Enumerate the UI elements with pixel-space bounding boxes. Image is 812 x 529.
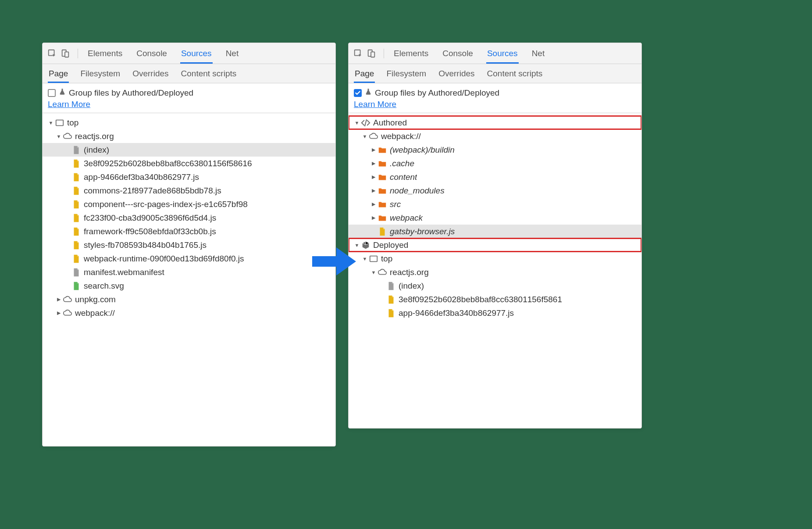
tree-node[interactable]: ▶(webpack)/buildin <box>349 143 641 157</box>
file-yellow-icon <box>71 200 81 209</box>
subtab-page[interactable]: Page <box>48 64 69 83</box>
group-option-bar: Group files by Authored/DeployedLearn Mo… <box>349 83 641 113</box>
tree-node[interactable]: ▶src <box>349 197 641 211</box>
subtab-filesystem[interactable]: Filesystem <box>385 64 427 83</box>
tree-node[interactable]: ▶3e8f09252b6028beb8baf8cc63801156f5861 <box>349 293 641 306</box>
group-files-checkbox[interactable] <box>354 89 362 97</box>
tree-node[interactable]: ▶3e8f09252b6028beb8baf8cc63801156f58616 <box>43 157 335 170</box>
arrow-icon <box>312 246 356 277</box>
tree-node-label: reactjs.org <box>390 268 429 277</box>
group-option-bar: Group files by Authored/DeployedLearn Mo… <box>43 83 335 113</box>
tree-node[interactable]: ▼reactjs.org <box>43 129 335 143</box>
tree-node[interactable]: ▶webpack-runtime-090f00ed13bd69fd80f0.js <box>43 252 335 265</box>
subtab-content-scripts[interactable]: Content scripts <box>486 64 544 83</box>
tree-node-label: 3e8f09252b6028beb8baf8cc63801156f58616 <box>84 159 252 168</box>
tree-node[interactable]: ▶(index) <box>43 143 335 157</box>
tree-node[interactable]: ▶unpkg.com <box>43 293 335 306</box>
caret-icon: ▶ <box>370 201 377 207</box>
tab-console[interactable]: Console <box>442 43 474 63</box>
code-icon <box>361 118 370 128</box>
tree-node[interactable]: ▶app-9466def3ba340b862977.js <box>349 306 641 320</box>
learn-more-link[interactable]: Learn More <box>354 100 396 109</box>
tab-elements[interactable]: Elements <box>87 43 123 63</box>
tree-node-label: top <box>381 254 392 264</box>
tree-node-label: top <box>67 118 78 128</box>
inspect-icon[interactable] <box>353 48 363 59</box>
tab-sources[interactable]: Sources <box>180 43 213 63</box>
folder-icon <box>378 200 387 209</box>
tree-node-label: app-9466def3ba340b862977.js <box>399 308 514 318</box>
tree-node[interactable]: ▼top <box>43 116 335 129</box>
subtab-page[interactable]: Page <box>354 64 375 83</box>
file-yellow-icon <box>71 159 81 168</box>
tree-node[interactable]: ▼Authored <box>349 116 641 129</box>
tree-node[interactable]: ▼reactjs.org <box>349 265 641 279</box>
device-toggle-icon[interactable] <box>60 48 71 59</box>
caret-icon: ▶ <box>56 310 62 316</box>
tree-node-label: webpack:// <box>381 132 421 141</box>
svg-rect-6 <box>371 52 374 57</box>
tree-node[interactable]: ▶webpack:// <box>43 306 335 320</box>
tree-node[interactable]: ▼top <box>349 252 641 265</box>
file-yellow-icon <box>71 254 81 264</box>
main-tabs: ElementsConsoleSourcesNet <box>82 43 331 63</box>
group-files-label: Group files by Authored/Deployed <box>69 88 193 98</box>
svg-rect-2 <box>65 52 68 57</box>
subtab-content-scripts[interactable]: Content scripts <box>180 64 238 83</box>
inspect-icon[interactable] <box>47 48 57 59</box>
folder-icon <box>378 186 387 196</box>
cloud-icon <box>63 132 72 141</box>
cloud-icon <box>378 268 387 277</box>
file-gray-icon <box>71 268 81 277</box>
tree-node-label: webpack:// <box>75 308 115 318</box>
caret-icon: ▶ <box>56 297 62 302</box>
tree-node[interactable]: ▶framework-ff9c508ebfda0f33cb0b.js <box>43 225 335 238</box>
subtab-overrides[interactable]: Overrides <box>132 64 169 83</box>
flask-icon <box>364 88 372 98</box>
learn-more-link[interactable]: Learn More <box>48 100 90 109</box>
tree-node-label: node_modules <box>390 186 445 196</box>
group-files-label: Group files by Authored/Deployed <box>375 88 499 98</box>
tab-net[interactable]: Net <box>531 43 546 63</box>
folder-icon <box>378 213 387 223</box>
svg-rect-7 <box>370 256 378 261</box>
subtab-overrides[interactable]: Overrides <box>438 64 475 83</box>
tree-node[interactable]: ▶webpack <box>349 211 641 225</box>
tree-node-label: app-9466def3ba340b862977.js <box>84 172 199 182</box>
subtab-filesystem[interactable]: Filesystem <box>79 64 121 83</box>
caret-icon: ▶ <box>370 188 377 193</box>
tab-sources[interactable]: Sources <box>486 43 519 63</box>
frame-icon <box>369 254 378 264</box>
tab-console[interactable]: Console <box>135 43 168 63</box>
tree-node-label: component---src-pages-index-js-e1c657bf9… <box>84 200 248 209</box>
tree-node[interactable]: ▼Deployed <box>349 238 641 252</box>
flask-icon <box>58 88 66 98</box>
tree-node[interactable]: ▶commons-21f8977ade868b5bdb78.js <box>43 184 335 197</box>
caret-icon: ▼ <box>48 120 54 125</box>
tree-node-label: manifest.webmanifest <box>84 268 164 277</box>
tree-node-label: gatsby-browser.js <box>390 227 455 236</box>
tree-node[interactable]: ▶styles-fb708593b484b04b1765.js <box>43 238 335 252</box>
caret-icon: ▼ <box>354 120 360 125</box>
tree-node[interactable]: ▶manifest.webmanifest <box>43 265 335 279</box>
tree-node[interactable]: ▼webpack:// <box>349 129 641 143</box>
tree-node[interactable]: ▶fc233f00-cba3d9005c3896f6d5d4.js <box>43 211 335 225</box>
tree-node[interactable]: ▶search.svg <box>43 279 335 293</box>
file-yellow-icon <box>378 227 387 236</box>
tree-node[interactable]: ▶.cache <box>349 157 641 170</box>
tree-node[interactable]: ▶gatsby-browser.js <box>349 225 641 238</box>
tree-node-label: commons-21f8977ade868b5bdb78.js <box>84 186 221 196</box>
caret-icon: ▶ <box>370 161 377 166</box>
tree-node[interactable]: ▶(index) <box>349 279 641 293</box>
tab-net[interactable]: Net <box>225 43 240 63</box>
caret-icon: ▼ <box>362 134 368 139</box>
tree-node[interactable]: ▶content <box>349 170 641 184</box>
tree-node[interactable]: ▶node_modules <box>349 184 641 197</box>
file-tree: ▼Authored▼webpack://▶(webpack)/buildin▶.… <box>349 113 641 322</box>
tree-node[interactable]: ▶component---src-pages-index-js-e1c657bf… <box>43 197 335 211</box>
device-toggle-icon[interactable] <box>366 48 377 59</box>
tree-node[interactable]: ▶app-9466def3ba340b862977.js <box>43 170 335 184</box>
tree-node-label: (webpack)/buildin <box>390 145 455 155</box>
group-files-checkbox[interactable] <box>48 89 56 97</box>
tab-elements[interactable]: Elements <box>393 43 429 63</box>
